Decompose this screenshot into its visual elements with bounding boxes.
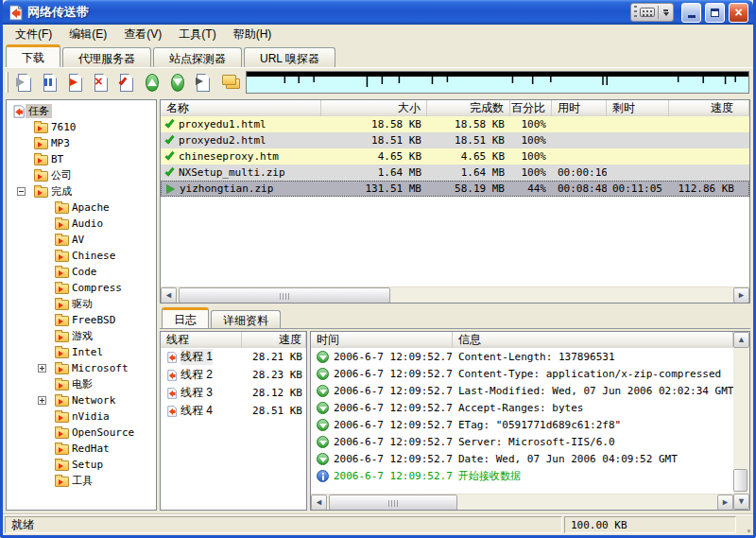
scroll-left-button[interactable]: ◄ <box>161 287 177 304</box>
tree-item-company[interactable]: 公司 <box>7 167 156 183</box>
tree-item-code[interactable]: Code <box>7 264 156 280</box>
log-row[interactable]: 2006-6-7 12:09:52.718 Date: Wed, 07 Jun … <box>311 450 733 467</box>
download-row[interactable]: NXSetup_multi.zip 1.64 MB 1.64 MB 100% 0… <box>161 165 749 181</box>
title-bar[interactable]: 网络传送带 × <box>3 0 753 25</box>
log-row[interactable]: 2006-6-7 12:09:52.718 Last-Modified: Wed… <box>311 382 733 399</box>
scroll-thumb[interactable] <box>179 287 390 304</box>
tab-download[interactable]: 下载 <box>6 44 60 67</box>
language-bar[interactable] <box>630 3 674 22</box>
log-row[interactable]: 2006-6-7 12:09:52.718 Server: Microsoft-… <box>311 433 733 450</box>
column-time[interactable]: 时间 <box>311 332 453 348</box>
collapse-icon[interactable] <box>17 187 26 196</box>
download-row[interactable]: proxyedu2.html 18.51 KB 18.51 KB 100% <box>161 132 749 148</box>
tree-item-tools[interactable]: 工具 <box>7 473 156 489</box>
tab-log[interactable]: 日志 <box>162 307 209 328</box>
move-up-button[interactable] <box>140 70 164 95</box>
column-thread[interactable]: 线程 <box>161 332 242 348</box>
tree-item-compress[interactable]: Compress <box>7 280 156 296</box>
tree-item-chinese[interactable]: Chinese <box>7 248 156 264</box>
tree-item-intel[interactable]: Intel <box>7 344 156 360</box>
column-thread-speed[interactable]: 速度 <box>242 332 306 348</box>
tab-details[interactable]: 详细资料 <box>211 310 281 328</box>
column-percent[interactable]: 百分比 <box>510 100 552 116</box>
tab-url-sniffer[interactable]: URL 嗅探器 <box>244 47 335 67</box>
resize-grip[interactable] <box>738 516 751 533</box>
scroll-thumb[interactable] <box>329 495 457 511</box>
column-remaining[interactable]: 剩时 <box>607 100 669 116</box>
download-row-selected[interactable]: yizhongtian.zip 131.51 MB 58.19 MB 44% 0… <box>161 181 749 197</box>
close-button[interactable]: × <box>729 3 748 23</box>
tree-item-av[interactable]: AV <box>7 232 156 248</box>
language-bar-options[interactable] <box>662 9 670 16</box>
tree-item-nvidia[interactable]: nVidia <box>7 408 156 425</box>
open-file-button[interactable] <box>191 70 215 95</box>
column-size[interactable]: 大小 <box>321 100 427 116</box>
log-row[interactable]: 2006-6-7 12:09:52.718 Content-Length: 13… <box>311 348 733 365</box>
download-row[interactable]: proxyedu1.html 18.58 KB 18.58 KB 100% <box>161 116 749 132</box>
tree-item-label: BT <box>48 153 66 165</box>
download-row[interactable]: chineseproxy.htm 4.65 KB 4.65 KB 100% <box>161 148 749 165</box>
column-elapsed[interactable]: 用时 <box>552 100 607 116</box>
scroll-right-button[interactable]: ► <box>733 287 749 304</box>
tree-item-tasks[interactable]: 任务 <box>7 103 156 119</box>
log-row[interactable]: 2006-6-7 12:09:52.718 Accept-Ranges: byt… <box>311 399 733 416</box>
thread-row[interactable]: 线程 3 28.12 KB <box>161 384 306 402</box>
resume-button[interactable] <box>63 70 88 95</box>
tree-item-microsoft[interactable]: Microsoft <box>7 360 156 376</box>
log-row[interactable]: 2006-6-7 12:09:52.718 Content-Type: appl… <box>311 365 733 382</box>
thread-row[interactable]: 线程 1 28.21 KB <box>161 348 306 366</box>
menu-tools[interactable]: 工具(T) <box>170 25 224 44</box>
scroll-left-button[interactable]: ◄ <box>311 495 327 511</box>
tree-item-redhat[interactable]: RedHat <box>7 441 156 457</box>
scroll-track[interactable] <box>327 495 717 510</box>
log-hscrollbar[interactable]: ◄ ► <box>311 494 733 510</box>
menu-edit[interactable]: 编辑(E) <box>60 25 115 44</box>
tree-item-movies[interactable]: 电影 <box>7 376 156 392</box>
tree-item-7610[interactable]: 7610 <box>7 119 156 135</box>
delete-button[interactable]: × <box>89 70 113 95</box>
thread-row[interactable]: 线程 4 28.51 KB <box>161 402 306 420</box>
open-folder-button[interactable] <box>216 70 241 95</box>
tree-item-network[interactable]: Network <box>7 392 156 408</box>
tree-item-bt[interactable]: BT <box>7 151 156 167</box>
new-task-button[interactable] <box>12 70 37 95</box>
tab-site-explorer[interactable]: 站点探测器 <box>153 47 242 67</box>
verify-button[interactable] <box>114 70 139 95</box>
scroll-track[interactable] <box>733 348 749 494</box>
thread-row[interactable]: 线程 2 28.23 KB <box>161 366 306 384</box>
column-name[interactable]: 名称 <box>161 100 321 116</box>
tab-proxy-server[interactable]: 代理服务器 <box>62 47 151 67</box>
log-row[interactable]: 2006-6-7 12:09:52.718 ETag: "0591771d689… <box>311 416 733 433</box>
download-list-hscrollbar[interactable]: ◄ ► <box>161 286 749 303</box>
log-vscrollbar[interactable]: ▲ ▼ <box>733 332 749 510</box>
pause-button[interactable] <box>38 70 62 95</box>
tree-item-done[interactable]: 完成 <box>7 183 156 200</box>
scroll-down-button[interactable]: ▼ <box>733 494 749 510</box>
tree-item-audio[interactable]: Audio <box>7 216 156 232</box>
tree-item-apache[interactable]: Apache <box>7 200 156 216</box>
tree-item-mp3[interactable]: MP3 <box>7 135 156 151</box>
menu-help[interactable]: 帮助(H) <box>225 25 281 44</box>
tree-item-setup[interactable]: Setup <box>7 457 156 473</box>
toolbar-grip[interactable] <box>6 72 9 93</box>
scroll-up-button[interactable]: ▲ <box>733 332 749 348</box>
move-down-button[interactable] <box>165 70 190 95</box>
scroll-right-button[interactable]: ► <box>717 495 733 511</box>
maximize-button[interactable] <box>705 3 725 23</box>
menu-file[interactable]: 文件(F) <box>7 25 60 44</box>
tree-item-freebsd[interactable]: FreeBSD <box>7 312 156 328</box>
column-completed[interactable]: 完成数 <box>427 100 510 116</box>
tree-item-games[interactable]: 游戏 <box>7 328 156 344</box>
drag-handle-icon[interactable] <box>634 6 637 19</box>
tree-item-drivers[interactable]: 驱动 <box>7 296 156 312</box>
scroll-thumb[interactable] <box>733 469 747 492</box>
column-speed[interactable]: 速度 <box>669 100 749 116</box>
minimize-button[interactable] <box>681 3 701 23</box>
scroll-track[interactable] <box>177 287 733 303</box>
expand-icon[interactable] <box>38 364 46 373</box>
menu-view[interactable]: 查看(V) <box>115 25 170 44</box>
log-row[interactable]: 2006-6-7 12:09:52.781 开始接收数据 <box>311 467 733 484</box>
column-message[interactable]: 信息 <box>453 332 733 348</box>
tree-item-opensource[interactable]: OpenSource <box>7 425 156 441</box>
expand-icon[interactable] <box>38 396 46 405</box>
